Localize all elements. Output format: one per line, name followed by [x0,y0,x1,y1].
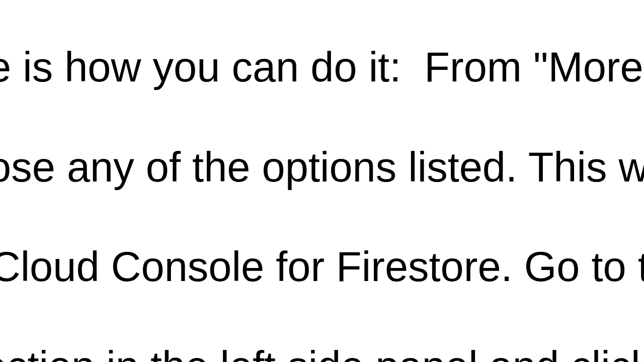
text-line-1: Here is how you can do it: From "More [0,44,643,90]
document-viewport: Here is how you can do it: From "More ch… [0,0,644,362]
text-line-3: the Cloud Console for Firestore. Go to t… [0,243,644,290]
text-line-4: collection in the left side panel and cl… [0,343,644,362]
body-text: Here is how you can do it: From "More ch… [0,0,644,362]
text-line-2: choose any of the options listed. This w… [0,144,644,191]
